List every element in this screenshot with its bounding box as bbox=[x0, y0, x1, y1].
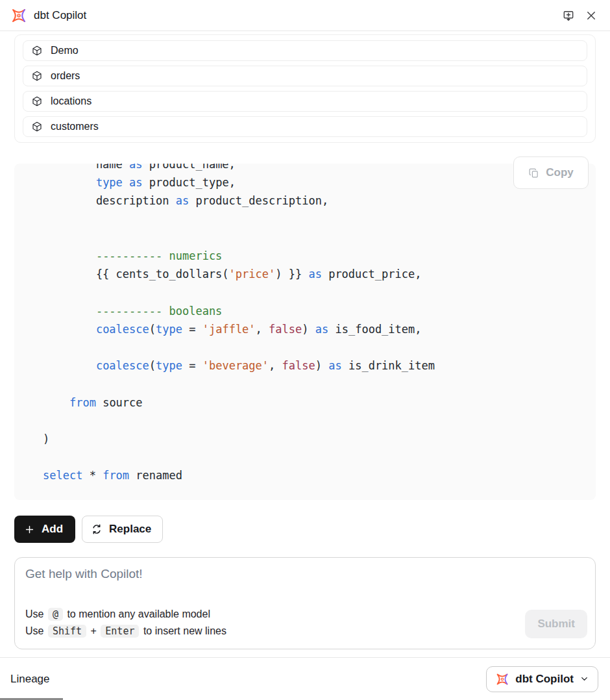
close-icon[interactable] bbox=[585, 10, 597, 21]
model-chip[interactable]: customers bbox=[23, 116, 587, 137]
code-section: Copy name as product_name, type as produ… bbox=[14, 164, 596, 500]
package-icon bbox=[31, 45, 43, 56]
keycap: @ bbox=[48, 608, 63, 621]
model-chip-label: customers bbox=[51, 121, 99, 132]
copy-icon bbox=[528, 168, 539, 179]
submit-button[interactable]: Submit bbox=[525, 610, 587, 638]
plus-icon bbox=[24, 524, 35, 535]
copy-button-label: Copy bbox=[546, 166, 574, 179]
code-scroll-area[interactable]: name as product_name, type as product_ty… bbox=[14, 164, 596, 500]
dbt-copilot-logo-icon bbox=[10, 8, 27, 23]
model-chip[interactable]: Demo bbox=[23, 40, 587, 61]
hint-line: Use @ to mention any available model bbox=[25, 606, 585, 623]
hint-line: Use Shift + Enter to insert new lines bbox=[25, 623, 585, 640]
copilot-selector[interactable]: dbt Copilot bbox=[486, 666, 598, 692]
keycap: Shift bbox=[48, 625, 86, 638]
chevron-down-icon bbox=[580, 674, 589, 684]
dbt-copilot-logo bbox=[495, 673, 509, 686]
model-chip[interactable]: locations bbox=[23, 91, 587, 112]
add-window-icon[interactable] bbox=[562, 9, 575, 22]
tab-lineage[interactable]: Lineage bbox=[10, 673, 50, 686]
model-chip-label: Demo bbox=[51, 45, 79, 56]
bottom-bar: Lineage dbt Copilot bbox=[0, 657, 610, 700]
copilot-input[interactable] bbox=[25, 567, 441, 594]
panel-header: dbt Copilot bbox=[0, 0, 610, 31]
code-content: name as product_name, type as product_ty… bbox=[43, 164, 435, 482]
copilot-selector-label: dbt Copilot bbox=[515, 673, 574, 686]
add-button[interactable]: Add bbox=[14, 516, 75, 543]
replace-button-label: Replace bbox=[109, 523, 151, 536]
copilot-composer: Use @ to mention any available modelUse … bbox=[14, 557, 596, 649]
refresh-icon bbox=[91, 523, 103, 535]
package-icon bbox=[31, 95, 43, 107]
copy-button[interactable]: Copy bbox=[513, 156, 589, 189]
action-row: Add Replace bbox=[14, 516, 596, 543]
model-list: Demo orders locations bbox=[14, 34, 596, 143]
package-icon bbox=[31, 121, 43, 132]
add-button-label: Add bbox=[42, 523, 63, 536]
replace-button[interactable]: Replace bbox=[82, 516, 163, 543]
model-chip[interactable]: orders bbox=[23, 66, 587, 86]
panel-title: dbt Copilot bbox=[34, 9, 86, 22]
model-chip-label: locations bbox=[51, 95, 92, 107]
sql-code: name as product_name, type as product_ty… bbox=[14, 164, 596, 495]
composer-hints: Use @ to mention any available modelUse … bbox=[25, 606, 585, 640]
model-chip-label: orders bbox=[51, 70, 80, 82]
keycap: Enter bbox=[101, 625, 139, 638]
package-icon bbox=[31, 70, 43, 82]
